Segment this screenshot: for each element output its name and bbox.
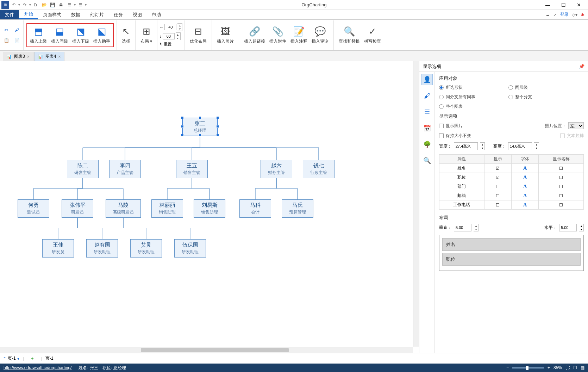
qat-save[interactable]: 💾 (49, 1, 56, 9)
qat-options1[interactable]: ☰ (65, 1, 73, 9)
org-node[interactable]: 王五销售主管 (176, 160, 208, 178)
font-button[interactable]: A (523, 193, 527, 198)
org-node[interactable]: 陈二研发主管 (67, 160, 99, 178)
hgap-input[interactable] (559, 224, 577, 231)
org-node[interactable]: 赵六财务主管 (261, 160, 292, 178)
side-tab-search[interactable]: 🔍 (421, 155, 433, 166)
show-checkbox[interactable]: ☐ (496, 184, 500, 189)
org-node[interactable]: 何勇测试员 (18, 199, 49, 218)
insert-sibling-button[interactable]: ⬓插入同级 (49, 25, 70, 46)
insert-note-button[interactable]: 📝插入注释 (288, 25, 309, 46)
close-tab-icon[interactable]: × (58, 54, 61, 59)
checkbox-keep-size[interactable]: 保持大小不变 (439, 133, 471, 139)
org-node[interactable]: 马陵高级研发员 (106, 199, 141, 218)
menu-tab-start[interactable]: 开始 (19, 10, 38, 19)
org-node[interactable]: 张伟平研发员 (62, 199, 93, 218)
font-button[interactable]: A (523, 202, 527, 207)
org-node[interactable]: 马科会计 (239, 199, 271, 218)
qat-print[interactable]: 🖶 (57, 1, 65, 9)
qat-options2[interactable]: ☰ (76, 1, 84, 9)
optimize-layout-button[interactable]: ⊟优化布局 (188, 25, 209, 46)
page-tab[interactable]: 页-1 (45, 355, 54, 361)
canvas[interactable]: 张三总经理陈二研发主管李四产品主管王五销售主管赵六财务主管钱七行政主管何勇测试员… (0, 61, 419, 353)
qat-new[interactable]: 🗋 (32, 1, 39, 9)
menu-tab-task[interactable]: 任务 (109, 10, 128, 19)
show-checkbox[interactable]: ☑ (496, 166, 500, 171)
height-spinner[interactable]: ▴▾ (534, 142, 539, 150)
add-page-button[interactable]: ＋ (30, 355, 35, 361)
radio-whole-chart[interactable]: 整个图表 (439, 104, 508, 110)
radio-whole-branch[interactable]: 整个分支 (508, 94, 578, 100)
showname-checkbox[interactable]: ☐ (559, 175, 563, 180)
org-node[interactable]: 林丽丽销售助理 (151, 199, 183, 218)
login-link[interactable]: 登录 (560, 12, 569, 18)
qat-open[interactable]: 📂 (40, 1, 48, 9)
cloud-icon[interactable]: ☁ (545, 12, 550, 17)
scrollbar-horizontal[interactable] (0, 347, 413, 353)
close-tab-icon[interactable]: × (27, 54, 30, 59)
selection-handle[interactable] (181, 134, 184, 137)
zoom-slider[interactable] (512, 367, 544, 368)
selection-handle[interactable] (216, 125, 219, 128)
org-node[interactable]: 伍保国研发助理 (174, 239, 206, 258)
find-replace-button[interactable]: 🔍查找和替换 (337, 25, 362, 46)
side-tab-tree[interactable]: 🌳 (421, 139, 433, 150)
insert-child-button[interactable]: ⬔插入下级 (70, 25, 91, 46)
cut-button[interactable]: ✂ (2, 26, 11, 34)
menu-tab-pagestyle[interactable]: 页面样式 (38, 10, 66, 19)
menu-tab-slides[interactable]: 幻灯片 (85, 10, 109, 19)
insert-photo-button[interactable]: 🖼插入照片 (215, 25, 236, 46)
hgap-spinner[interactable]: ▴▾ (579, 224, 584, 231)
reset-spacing-button[interactable]: ↻ 重置 (159, 42, 182, 47)
insert-hyperlink-button[interactable]: 🔗插入超链接 (242, 25, 267, 46)
qat-redo[interactable]: ↷ (21, 1, 29, 9)
width-spacing-spinner[interactable]: ▴▾ (177, 23, 182, 31)
doc-tab-chart3[interactable]: 📊 图表3 × (3, 52, 33, 61)
showname-checkbox[interactable]: ☐ (559, 184, 563, 189)
selection-handle[interactable] (199, 134, 201, 137)
status-url[interactable]: http://www.edrawsoft.cn/orgcharting/ (4, 365, 71, 370)
height-input[interactable] (508, 142, 532, 150)
view-mode-icon[interactable]: ▦ (581, 365, 584, 370)
height-spacing-input[interactable] (163, 33, 175, 39)
share-icon[interactable]: ↗ (553, 12, 557, 17)
maximize-button[interactable]: ☐ (557, 0, 570, 10)
scrollbar-vertical[interactable] (413, 61, 419, 347)
menu-tab-data[interactable]: 数据 (66, 10, 85, 19)
org-node[interactable]: 艾灵研发助理 (130, 239, 162, 258)
selection-handle[interactable] (216, 134, 219, 137)
showname-checkbox[interactable]: ☐ (559, 203, 563, 207)
select-button[interactable]: ↖选择 (120, 25, 132, 46)
zoom-out-button[interactable]: − (506, 365, 509, 370)
width-spinner[interactable]: ▴▾ (480, 142, 485, 150)
insert-attachment-button[interactable]: 📎插入附件 (267, 25, 288, 46)
menu-file[interactable]: 文件 (0, 10, 19, 19)
org-node[interactable]: 马氏预算管理 (282, 199, 313, 218)
qat-undo[interactable]: ↶ (10, 1, 18, 9)
page-nav-up[interactable]: ⌃ (3, 356, 6, 361)
side-tab-format[interactable]: 🖌 (421, 90, 433, 101)
width-input[interactable] (454, 142, 478, 150)
copy-button[interactable]: 📋 (2, 36, 11, 45)
close-button[interactable]: ✕ (573, 0, 585, 10)
org-node[interactable]: 张三总经理 (182, 118, 218, 136)
fit-page-icon[interactable]: ⛶ (565, 365, 570, 370)
fit-width-icon[interactable]: ☐ (573, 365, 577, 370)
selection-handle[interactable] (216, 116, 219, 119)
checkbox-show-photo[interactable]: 显示照片 (439, 122, 463, 129)
show-checkbox[interactable]: ☑ (496, 175, 500, 180)
layout-field-title[interactable]: 职位 (442, 253, 581, 266)
selection-handle[interactable] (181, 116, 184, 119)
side-tab-calendar[interactable]: 📅 (421, 123, 433, 134)
radio-selected-shape[interactable]: 所选形状 (439, 85, 508, 91)
insert-comment-button[interactable]: 💬插入评论 (309, 25, 331, 46)
side-tab-person[interactable]: 👤 (421, 74, 433, 85)
menu-tab-view[interactable]: 视图 (128, 10, 147, 19)
font-button[interactable]: A (523, 174, 527, 180)
settings-dropdown-icon[interactable]: ◇▾ (572, 12, 577, 17)
height-spacing-spinner[interactable]: ▴▾ (176, 32, 181, 40)
vgap-input[interactable] (454, 224, 471, 231)
layout-field-name[interactable]: 姓名 (442, 238, 581, 251)
radio-same-branch[interactable]: 同分支所有同事 (439, 94, 508, 100)
doc-tab-chart4[interactable]: 📊 图表4 × (34, 52, 65, 61)
